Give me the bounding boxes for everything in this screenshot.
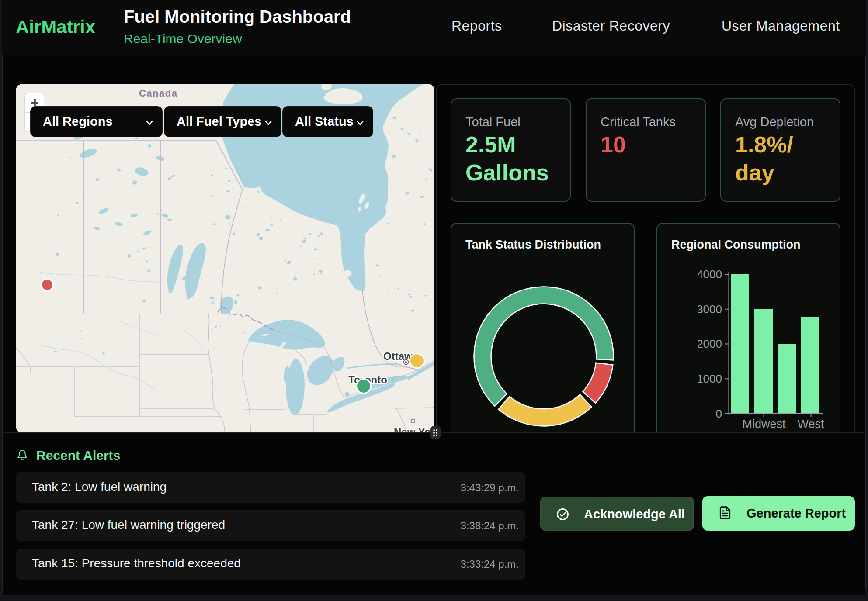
svg-text:West: West — [797, 418, 824, 431]
svg-text:New York: New York — [394, 426, 434, 432]
svg-text:Midwest: Midwest — [742, 418, 786, 431]
svg-text:1000: 1000 — [698, 372, 722, 385]
svg-text:0: 0 — [716, 407, 722, 420]
svg-text:3000: 3000 — [698, 303, 722, 316]
svg-text:Canada: Canada — [139, 88, 177, 99]
svg-text:4000: 4000 — [698, 268, 722, 281]
svg-text:2000: 2000 — [698, 337, 722, 350]
